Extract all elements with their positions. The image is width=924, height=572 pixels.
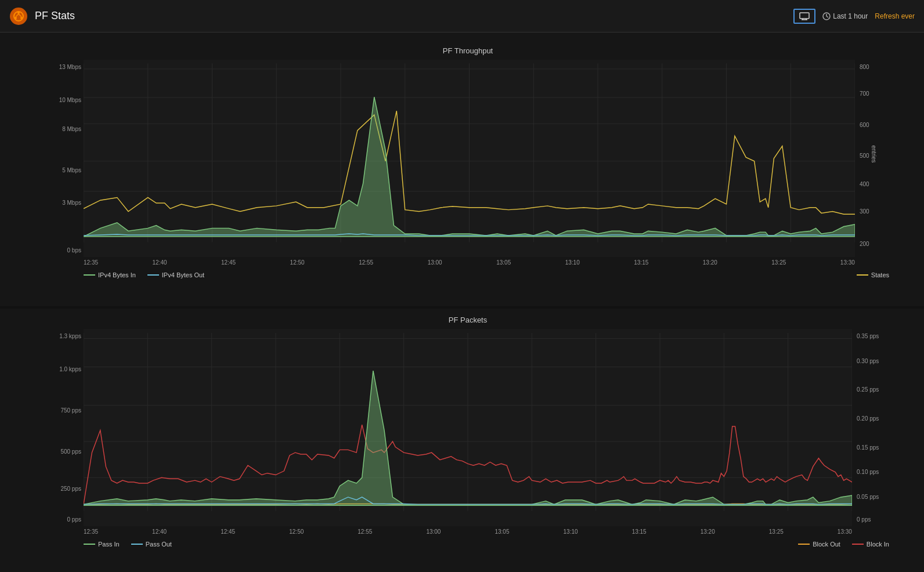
svg-point-0 xyxy=(10,8,27,25)
legend-item-ipv4-bytes-out: IPv4 Bytes Out xyxy=(147,271,204,278)
chart2-ytick-right-6: 0.05 pps xyxy=(857,494,879,500)
chart1-ytick-right-3: 500 xyxy=(860,153,869,159)
chart1-ytick-left-1: 10 Mbps xyxy=(59,97,81,103)
legend-color-pass-out xyxy=(131,544,143,545)
chart2-legend: Pass In Pass Out Block Out Block In xyxy=(46,541,889,548)
legend-item-block-out: Block Out xyxy=(798,541,840,548)
pf-packets-chart: PF Packets 1.3 kpps 1.0 kpps 750 pps 500… xyxy=(0,309,924,572)
legend-label-pass-in: Pass In xyxy=(98,541,120,548)
chart2-ytick-left-5: 0 pps xyxy=(67,516,81,523)
refresh-label[interactable]: Refresh ever xyxy=(875,12,915,20)
legend-item-block-in: Block In xyxy=(852,541,889,548)
legend-color-block-in xyxy=(852,544,864,545)
legend-label-ipv4-out: IPv4 Bytes Out xyxy=(162,271,204,278)
chart2-ytick-right-3: 0.20 pps xyxy=(857,415,879,422)
chart1-ytick-right-4: 400 xyxy=(860,181,869,187)
chart1-ytick-right-6: 200 xyxy=(860,241,869,247)
chart1-ytick-left-4: 3 Mbps xyxy=(62,200,81,206)
chart1-ytick-left-3: 5 Mbps xyxy=(62,167,81,173)
chart2-ytick-right-7: 0 pps xyxy=(857,516,871,523)
svg-point-2 xyxy=(17,12,20,14)
chart2-x-ticks: 12:3512:4012:4512:5012:5513:0013:0513:10… xyxy=(84,528,852,535)
time-range-display[interactable]: Last 1 hour xyxy=(822,12,868,20)
legend-item-pass-in: Pass In xyxy=(84,541,120,548)
time-range-label: Last 1 hour xyxy=(833,12,868,20)
chart2-ytick-right-1: 0.30 pps xyxy=(857,358,879,364)
header: PF Stats Last 1 hour Refresh ever xyxy=(0,0,924,32)
legend-label-ipv4-in: IPv4 Bytes In xyxy=(98,271,136,278)
clock-icon xyxy=(822,12,831,20)
legend-label-states: States xyxy=(871,271,889,278)
monitor-icon xyxy=(799,12,810,20)
chart2-title: PF Packets xyxy=(46,316,889,324)
chart1-ytick-left-0: 13 Mbps xyxy=(59,64,81,70)
svg-rect-7 xyxy=(800,13,809,19)
monitor-button[interactable] xyxy=(793,9,815,24)
chart1-title: PF Throughput xyxy=(46,46,889,55)
chart1-ytick-right-1: 700 xyxy=(860,90,869,97)
legend-color-ipv4-in xyxy=(84,274,95,276)
legend-item-states: States xyxy=(857,271,889,278)
legend-label-pass-out: Pass Out xyxy=(146,541,172,548)
chart1-ytick-left-2: 8 Mbps xyxy=(62,126,81,132)
legend-label-block-in: Block In xyxy=(867,541,889,548)
chart2-ytick-left-4: 250 pps xyxy=(60,486,81,492)
chart2-ytick-right-4: 0.15 pps xyxy=(857,444,879,451)
grafana-logo-icon xyxy=(9,7,28,26)
svg-point-4 xyxy=(15,17,17,19)
chart2-ytick-right-5: 0.10 pps xyxy=(857,469,879,475)
chart1-legend: IPv4 Bytes In IPv4 Bytes Out States xyxy=(46,271,889,278)
legend-color-ipv4-out xyxy=(147,274,159,276)
chart2-ytick-right-2: 0.25 pps xyxy=(857,386,879,393)
chart2-svg xyxy=(84,329,852,526)
chart1-x-ticks: 12:3512:4012:4512:5012:5513:0013:0513:10… xyxy=(84,259,855,266)
header-left: PF Stats xyxy=(9,7,75,26)
chart2-ytick-left-0: 1.3 kpps xyxy=(59,333,81,339)
charts-container: PF Throughput 13 Mbps 10 Mbps 8 Mbps 5 M… xyxy=(0,32,924,572)
legend-item-ipv4-bytes-in: IPv4 Bytes In xyxy=(84,271,136,278)
legend-color-states xyxy=(857,274,868,276)
legend-color-pass-in xyxy=(84,544,95,545)
chart2-ytick-left-3: 500 pps xyxy=(60,448,81,455)
chart1-ytick-left-5: 0 bps xyxy=(67,247,81,254)
pf-throughput-chart: PF Throughput 13 Mbps 10 Mbps 8 Mbps 5 M… xyxy=(0,39,924,306)
header-right: Last 1 hour Refresh ever xyxy=(793,9,915,24)
legend-label-block-out: Block Out xyxy=(813,541,840,548)
svg-point-3 xyxy=(20,17,23,19)
chart1-ytick-right-2: 600 xyxy=(860,122,869,128)
legend-color-block-out xyxy=(798,544,810,545)
chart2-ytick-left-1: 1.0 kpps xyxy=(59,366,81,372)
svg-line-13 xyxy=(826,16,828,17)
chart1-y-right-label: entries xyxy=(871,146,877,163)
legend-item-pass-out: Pass Out xyxy=(131,541,172,548)
chart2-ytick-right-0: 0.35 pps xyxy=(857,333,879,339)
chart1-ytick-right-5: 300 xyxy=(860,208,869,215)
app-title: PF Stats xyxy=(35,10,75,22)
chart2-ytick-left-2: 750 pps xyxy=(60,407,81,414)
chart1-ytick-right-0: 800 xyxy=(860,64,869,70)
chart1-svg xyxy=(84,60,855,257)
